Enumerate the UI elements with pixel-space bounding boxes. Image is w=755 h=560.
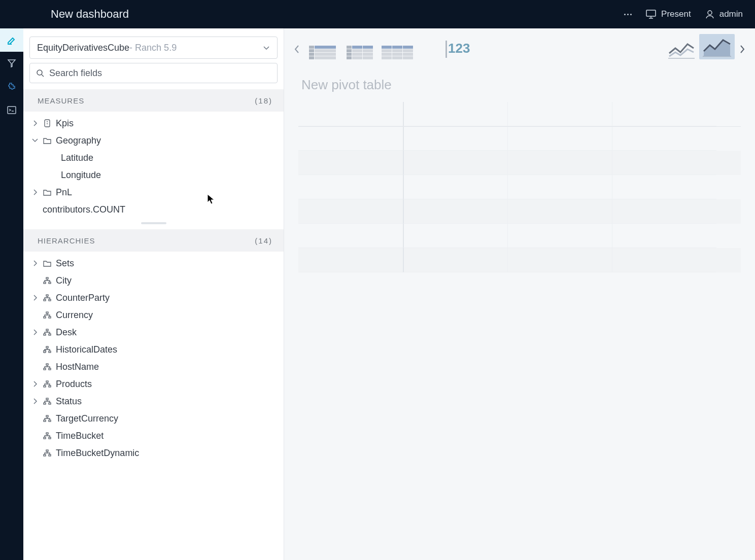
viz-pivot-button[interactable]	[342, 37, 378, 61]
hierarchies-item[interactable]: TargetCurrency	[29, 410, 278, 427]
tree-item-label: Products	[56, 379, 92, 390]
svg-rect-27	[49, 386, 51, 387]
rail-filter[interactable]	[0, 52, 23, 75]
hierarchy-icon	[43, 380, 52, 388]
tree-item-label: Longitude	[61, 170, 101, 181]
svg-rect-10	[46, 295, 48, 296]
svg-rect-8	[44, 282, 46, 284]
chevron-right-icon[interactable]	[31, 381, 39, 387]
chevron-down-icon[interactable]	[31, 138, 39, 143]
hierarchies-item[interactable]: CounterParty	[29, 289, 278, 306]
viz-area-button[interactable]	[699, 37, 735, 61]
hierarchies-header[interactable]: HIERARCHIES (14)	[23, 229, 284, 252]
search-input[interactable]	[49, 68, 271, 79]
tree-item-label: TimeBucketDynamic	[56, 448, 139, 459]
widget-title[interactable]: New pivot table	[284, 70, 755, 93]
rail-console[interactable]	[0, 98, 23, 122]
user-icon	[705, 10, 714, 19]
svg-point-3	[37, 70, 42, 75]
tree-item-label: TargetCurrency	[56, 413, 118, 424]
hierarchies-item[interactable]: Desk	[29, 324, 278, 341]
scroll-left-button[interactable]	[289, 45, 304, 54]
hierarchies-item[interactable]: HistoricalDates	[29, 341, 278, 358]
svg-rect-14	[44, 317, 46, 318]
svg-rect-19	[46, 346, 48, 348]
measures-header[interactable]: MEASURES (18)	[23, 89, 284, 112]
svg-rect-34	[46, 433, 48, 434]
svg-rect-33	[49, 420, 51, 422]
hierarchies-item[interactable]: HostName	[29, 358, 278, 375]
canvas: 123	[284, 28, 755, 560]
tree-item-label: PnL	[56, 187, 72, 198]
svg-rect-21	[49, 351, 51, 353]
measures-item[interactable]: Geography	[29, 132, 278, 149]
tree-item-label: HistoricalDates	[56, 344, 117, 355]
more-icon[interactable]	[624, 14, 632, 15]
measures-item[interactable]: PnL	[29, 184, 278, 201]
svg-rect-22	[46, 364, 48, 365]
tree-item-label: Kpis	[56, 118, 74, 129]
viz-toolbar: 123	[284, 28, 755, 70]
hierarchies-item[interactable]: TimeBucketDynamic	[29, 444, 278, 462]
svg-rect-30	[49, 403, 51, 404]
svg-rect-16	[46, 329, 48, 331]
viz-line-button[interactable]	[664, 37, 699, 61]
user-menu[interactable]: admin	[705, 9, 743, 19]
svg-rect-11	[44, 299, 46, 301]
hierarchies-item[interactable]: Currency	[29, 306, 278, 324]
tree-item-label: Desk	[56, 327, 77, 338]
header: New dashboard Present admin	[0, 0, 755, 28]
tree-item-label: City	[56, 275, 72, 286]
hierarchy-icon	[43, 294, 52, 301]
hierarchy-icon	[43, 311, 52, 319]
hierarchies-item[interactable]: Status	[29, 393, 278, 410]
scroll-right-button[interactable]	[735, 45, 750, 54]
cube-name: EquityDerivativesCube	[37, 43, 129, 53]
hierarchies-item[interactable]: Products	[29, 375, 278, 393]
measures-item[interactable]: Latitude	[29, 149, 278, 166]
svg-rect-18	[49, 334, 51, 335]
split-handle[interactable]	[141, 222, 166, 224]
search-box[interactable]	[29, 63, 278, 83]
viz-number-button[interactable]: 123	[445, 37, 470, 61]
hierarchies-item[interactable]: City	[29, 272, 278, 289]
hierarchies-item[interactable]: Sets	[29, 255, 278, 272]
hier-time-icon	[43, 346, 52, 353]
measures-item[interactable]: contributors.COUNT	[29, 201, 278, 218]
rail-plugins[interactable]	[0, 75, 23, 98]
chevron-right-icon[interactable]	[31, 260, 39, 266]
chevron-right-icon[interactable]	[31, 120, 39, 126]
measures-item[interactable]: Kpis	[29, 115, 278, 132]
hierarchy-icon	[43, 432, 52, 439]
present-button[interactable]: Present	[646, 9, 691, 19]
viz-grid-button[interactable]	[380, 37, 415, 61]
chevron-right-icon[interactable]	[31, 295, 39, 301]
tree-item-label: Latitude	[61, 153, 93, 163]
dashboard-title[interactable]: New dashboard	[51, 8, 624, 21]
hierarchies-item[interactable]: TimeBucket	[29, 427, 278, 444]
svg-rect-37	[46, 450, 48, 451]
chevron-right-icon[interactable]	[31, 398, 39, 404]
svg-rect-2	[8, 107, 16, 114]
measures-tree: KpisGeographyLatitudeLongitudePnLcontrib…	[23, 115, 284, 218]
chevron-right-icon[interactable]	[31, 189, 39, 195]
hierarchy-icon	[43, 398, 52, 405]
svg-point-6	[47, 123, 48, 124]
hierarchy-icon	[43, 449, 52, 457]
tree-item-label: TimeBucket	[56, 431, 104, 441]
cube-selector[interactable]: EquityDerivativesCube - Ranch 5.9	[29, 37, 278, 59]
svg-rect-13	[46, 312, 48, 313]
svg-rect-15	[49, 317, 51, 318]
cube-suffix: - Ranch 5.9	[129, 43, 177, 53]
rail-edit[interactable]	[0, 28, 23, 52]
svg-rect-25	[46, 381, 48, 382]
measures-item[interactable]: Longitude	[29, 166, 278, 184]
svg-rect-38	[44, 454, 46, 456]
folder-icon	[43, 137, 52, 144]
tree-item-label: HostName	[56, 362, 99, 372]
fields-panel: EquityDerivativesCube - Ranch 5.9 MEASUR…	[23, 28, 284, 560]
chevron-right-icon[interactable]	[31, 329, 39, 335]
hierarchy-icon	[43, 329, 52, 336]
tree-item-label: contributors.COUNT	[43, 204, 125, 215]
viz-table-button[interactable]	[304, 37, 340, 61]
